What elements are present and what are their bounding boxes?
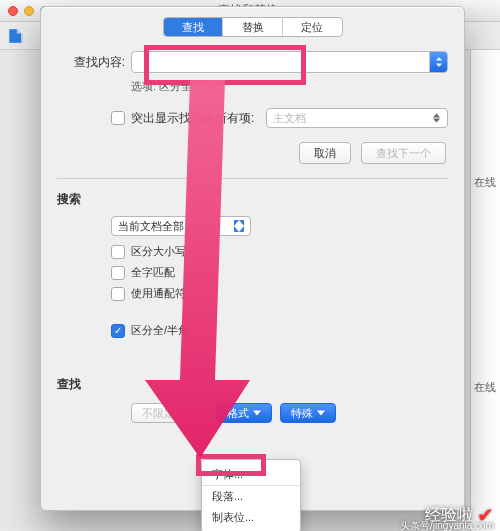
menu-item-paragraph[interactable]: 段落...	[202, 486, 300, 507]
highlight-scope-popup[interactable]: 主文档	[266, 108, 448, 128]
tab-find[interactable]: 查找	[164, 18, 224, 36]
side-label-2: 在线	[474, 380, 496, 395]
case-checkbox[interactable]	[111, 245, 125, 259]
background-right-panel: 在线 在线	[470, 0, 500, 531]
special-button-label: 特殊	[291, 406, 313, 421]
no-format-button[interactable]: 不限定格式	[131, 403, 208, 423]
find-content-input[interactable]	[131, 51, 448, 73]
options-line: 选项: 区分全/半角	[41, 79, 464, 94]
format-button-label: 格式	[227, 406, 249, 421]
find-content-dropdown-button[interactable]	[429, 52, 447, 72]
updown-icon	[431, 113, 441, 123]
tab-goto[interactable]: 定位	[283, 18, 342, 36]
menu-item-tabs[interactable]: 制表位...	[202, 507, 300, 528]
format-button[interactable]: 格式	[216, 403, 272, 423]
find-inline-buttons: 不限定格式 格式 特殊	[41, 397, 464, 423]
highlight-checkbox[interactable]	[111, 111, 125, 125]
search-checklist: 区分大小写 全字匹配 使用通配符 ✓ 区分全/半角	[111, 244, 448, 338]
format-menu: 字体... 段落... 制表位...	[201, 459, 301, 531]
search-section-heading: 搜索	[41, 179, 464, 212]
options-value: 区分全/半角	[159, 80, 217, 92]
find-content-row: 查找内容:	[41, 51, 464, 73]
chevron-down-icon	[317, 410, 325, 416]
find-content-combo	[131, 51, 448, 73]
case-label: 区分大小写	[131, 244, 186, 259]
special-button[interactable]: 特殊	[280, 403, 336, 423]
find-section-heading: 查找	[41, 364, 464, 397]
cancel-button[interactable]: 取消	[299, 142, 351, 164]
highlight-scope-value: 主文档	[273, 111, 306, 126]
search-scope-popup[interactable]: 当前文档全部	[111, 216, 251, 236]
button-row: 取消 查找下一个	[41, 128, 464, 164]
wildcard-label: 使用通配符	[131, 286, 186, 301]
search-subblock: 当前文档全部 区分大小写 全字匹配 使用通配符 ✓ 区分全/半角	[41, 212, 464, 338]
close-icon[interactable]	[8, 6, 18, 16]
whole-word-label: 全字匹配	[131, 265, 175, 280]
updown-icon	[435, 57, 443, 67]
minimize-icon[interactable]	[24, 6, 34, 16]
highlight-row: 突出显示找到的所有项: 主文档	[41, 108, 464, 128]
side-label-1: 在线	[474, 175, 496, 190]
chevron-down-icon	[253, 410, 261, 416]
whole-word-checkbox[interactable]	[111, 266, 125, 280]
updown-icon	[234, 220, 244, 232]
options-label: 选项:	[131, 80, 156, 92]
fullhalf-checkbox[interactable]: ✓	[111, 324, 125, 338]
tab-replace[interactable]: 替换	[223, 18, 283, 36]
fullhalf-label: 区分全/半角	[131, 323, 189, 338]
wildcard-checkbox[interactable]	[111, 287, 125, 301]
menu-item-font[interactable]: 字体...	[202, 464, 300, 486]
find-next-button[interactable]: 查找下一个	[361, 142, 446, 164]
tab-segmented-control: 查找 替换 定位	[163, 17, 343, 37]
find-content-label: 查找内容:	[57, 54, 125, 71]
search-scope-value: 当前文档全部	[118, 219, 184, 234]
highlight-label: 突出显示找到的所有项:	[131, 110, 254, 127]
app-icon	[6, 26, 26, 46]
watermark-sub: 头条号/jingyanla.com	[400, 519, 494, 531]
find-replace-sheet: 查找 替换 定位 查找内容: 选项: 区分全/半角 突出显示找到的所有项: 主文…	[40, 6, 465, 511]
